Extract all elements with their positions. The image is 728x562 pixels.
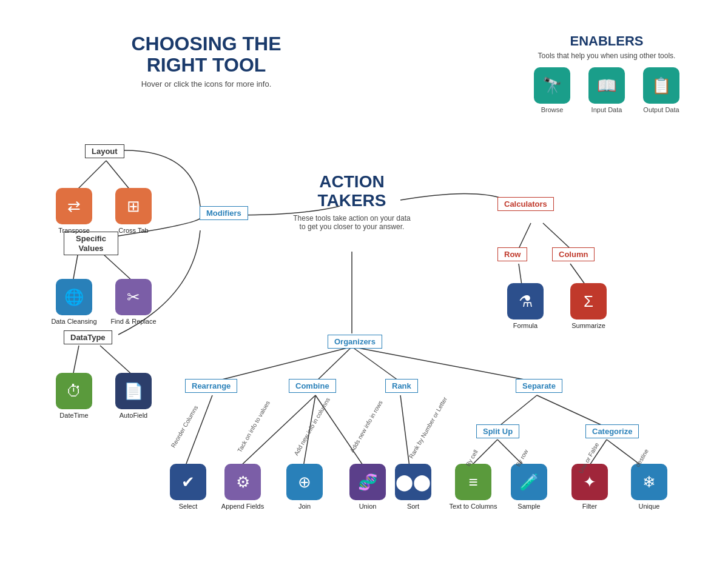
unique-node[interactable]: ❄ Unique [625, 464, 673, 510]
output-data-label: Output Data [643, 106, 679, 113]
sample-label: Sample [517, 503, 540, 510]
output-data-icon: 📋 [643, 67, 679, 104]
input-data-label: Input Data [592, 106, 622, 113]
transpose-node[interactable]: ⇄ Transpose [50, 188, 98, 234]
crosstab-label: Cross Tab [118, 227, 148, 234]
svg-line-21 [537, 395, 607, 427]
formula-node[interactable]: ⚗ Formula [501, 283, 550, 329]
data-cleansing-node[interactable]: 🌐 Data Cleansing [50, 279, 98, 325]
input-data-icon: 📖 [588, 67, 625, 104]
select-icon: ✔ [170, 464, 206, 500]
svg-line-9 [519, 264, 522, 285]
filter-icon: ✦ [571, 464, 608, 500]
autofield-label: AutoField [120, 412, 147, 419]
categorize-box: Categorize [585, 424, 639, 438]
svg-line-4 [73, 346, 79, 376]
rearrange-box: Rearrange [185, 379, 237, 393]
add-new-info-rows-label: Adds new info in rows [349, 400, 384, 454]
browse-label: Browse [541, 106, 564, 113]
reorder-columns-label: Reorder Columns [170, 404, 200, 449]
find-replace-node[interactable]: ✂ Find & Replace [109, 279, 158, 325]
enabler-browse[interactable]: 🔭 Browse [534, 67, 570, 113]
summarize-node[interactable]: Σ Summarize [564, 283, 613, 329]
column-box: Column [552, 247, 595, 261]
split-up-box: Split Up [476, 424, 519, 438]
svg-line-15 [185, 395, 212, 467]
find-replace-label: Find & Replace [110, 318, 156, 325]
svg-line-13 [352, 347, 400, 382]
add-new-info-cols-label: Add new info in columns [292, 396, 331, 457]
page: CHOOSING THE RIGHT TOOL Hover or click t… [0, 0, 728, 562]
action-takers-block: ACTION TAKERS These tools take action on… [291, 173, 413, 231]
append-fields-icon: ⚙ [224, 464, 261, 500]
modifiers-box: Modifiers [200, 206, 248, 220]
separate-box: Separate [516, 379, 562, 393]
transpose-icon: ⇄ [56, 188, 92, 224]
svg-line-7 [519, 223, 531, 249]
unique-icon: ❄ [631, 464, 667, 500]
formula-label: Formula [513, 322, 538, 329]
enablers-heading: ENABLERS [522, 33, 692, 49]
svg-line-10 [570, 264, 585, 285]
sort-node[interactable]: ⬤⬤ Sort [389, 464, 437, 510]
text-to-columns-label: Text to Columns [450, 503, 497, 510]
select-label: Select [179, 503, 198, 510]
sample-icon: 🧪 [511, 464, 547, 500]
join-label: Join [298, 503, 311, 510]
unique-label: Unique [639, 503, 660, 510]
svg-line-8 [543, 223, 570, 249]
select-node[interactable]: ✔ Select [164, 464, 212, 510]
autofield-node[interactable]: 📄 AutoField [109, 373, 158, 419]
enabler-output-data[interactable]: 📋 Output Data [643, 67, 679, 113]
main-title-subtitle: Hover or click the icons for more info. [109, 79, 303, 89]
filter-node[interactable]: ✦ Filter [565, 464, 614, 510]
rank-by-number-label: Rank by Number or Letter [408, 396, 448, 460]
tack-on-info-label: Tack on info to values [236, 400, 271, 453]
transpose-label: Transpose [58, 227, 90, 234]
append-fields-node[interactable]: ⚙ Append Fields [218, 464, 267, 510]
enabler-input-data[interactable]: 📖 Input Data [588, 67, 625, 113]
rank-box: Rank [385, 379, 418, 393]
enablers-icons-row: 🔭 Browse 📖 Input Data 📋 Output Data [522, 67, 692, 113]
enablers-section: ENABLERS Tools that help you when using … [522, 33, 692, 113]
datetime-label: DateTime [59, 412, 88, 419]
svg-line-14 [352, 347, 537, 382]
svg-line-5 [100, 346, 133, 376]
join-node[interactable]: ⊕ Join [280, 464, 329, 510]
action-takers-description: These tools take action on your data to … [291, 214, 413, 231]
data-cleansing-icon: 🌐 [56, 279, 92, 315]
organizers-box: Organizers [328, 335, 382, 349]
sample-node[interactable]: 🧪 Sample [505, 464, 553, 510]
row-box: Row [497, 247, 527, 261]
svg-line-20 [497, 395, 537, 427]
main-title-block: CHOOSING THE RIGHT TOOL Hover or click t… [109, 33, 303, 89]
calculators-box: Calculators [497, 197, 554, 211]
sort-icon: ⬤⬤ [395, 464, 431, 500]
summarize-icon: Σ [570, 283, 607, 319]
browse-icon: 🔭 [534, 67, 570, 104]
action-takers-heading: ACTION TAKERS [291, 173, 413, 210]
union-icon: 🧬 [349, 464, 386, 500]
specific-values-box: SpecificValues [64, 232, 118, 255]
filter-label: Filter [582, 503, 597, 510]
autofield-icon: 📄 [115, 373, 152, 409]
summarize-label: Summarize [571, 322, 605, 329]
svg-line-12 [315, 347, 352, 382]
enablers-description: Tools that help you when using other too… [522, 52, 692, 60]
crosstab-icon: ⊞ [115, 188, 152, 224]
text-to-columns-node[interactable]: ≡ Text to Columns [446, 464, 500, 510]
find-replace-icon: ✂ [115, 279, 152, 315]
layout-box: Layout [85, 144, 124, 158]
append-fields-label: Append Fields [221, 503, 264, 510]
combine-box: Combine [289, 379, 336, 393]
data-cleansing-label: Data Cleansing [51, 318, 96, 325]
sort-label: Sort [407, 503, 419, 510]
join-icon: ⊕ [286, 464, 323, 500]
formula-icon: ⚗ [507, 283, 544, 319]
crosstab-node[interactable]: ⊞ Cross Tab [109, 188, 158, 234]
union-node[interactable]: 🧬 Union [343, 464, 392, 510]
datetime-node[interactable]: ⏱ DateTime [50, 373, 98, 419]
svg-line-11 [212, 347, 352, 382]
main-title-heading: CHOOSING THE RIGHT TOOL [109, 33, 303, 76]
datatype-box: DataType [64, 330, 112, 344]
